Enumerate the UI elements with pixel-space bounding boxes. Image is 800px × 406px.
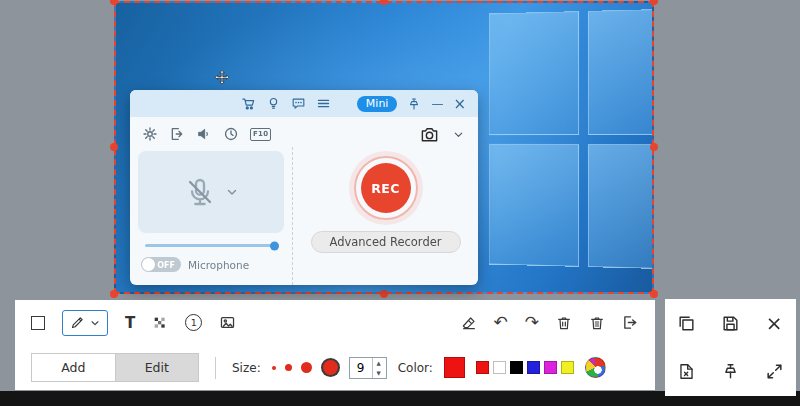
timer-icon[interactable] xyxy=(223,126,239,142)
selection-handle[interactable] xyxy=(380,290,388,298)
windows-logo xyxy=(489,8,654,269)
microphone-toggle[interactable]: OFF xyxy=(141,257,181,272)
microphone-label: Microphone xyxy=(188,259,249,271)
color-swatch[interactable] xyxy=(544,361,557,374)
hotkey-icon[interactable]: F10 xyxy=(250,128,271,141)
size-input[interactable] xyxy=(350,358,372,378)
cart-icon[interactable] xyxy=(241,96,256,111)
selection-handle[interactable] xyxy=(650,143,658,151)
cancel-icon[interactable]: × xyxy=(766,313,783,333)
rec-button[interactable]: REC xyxy=(361,163,411,213)
lamp-icon[interactable] xyxy=(266,96,281,111)
advanced-recorder-button[interactable]: Advanced Recorder xyxy=(311,231,461,253)
pin-to-screen-icon[interactable] xyxy=(721,362,740,381)
selection-handle[interactable] xyxy=(110,290,118,298)
screen: Mini — × F10 xyxy=(0,0,800,406)
color-label: Color: xyxy=(398,361,433,375)
eraser-icon[interactable] xyxy=(461,315,477,331)
fullscreen-icon[interactable] xyxy=(765,362,784,381)
mosaic-tool-icon[interactable] xyxy=(152,315,168,331)
size-dot-medium[interactable] xyxy=(285,364,292,371)
size-dot-small[interactable] xyxy=(272,366,276,370)
step-number-tool-icon[interactable]: 1 xyxy=(185,314,202,331)
close-button[interactable]: × xyxy=(453,97,466,111)
selection-handle[interactable] xyxy=(650,0,658,5)
color-swatches xyxy=(476,361,574,374)
selection-handle[interactable] xyxy=(110,143,118,151)
microphone-chevron-down-icon[interactable] xyxy=(226,186,238,198)
redo-icon[interactable]: ↷ xyxy=(525,314,539,331)
slider-knob[interactable] xyxy=(270,241,279,250)
exit-task-icon[interactable] xyxy=(169,126,185,142)
microphone-volume-slider[interactable] xyxy=(145,244,277,247)
spin-up-icon[interactable]: ▲ xyxy=(373,358,385,368)
add-mode-button[interactable]: Add xyxy=(32,354,116,381)
selection-handle[interactable] xyxy=(650,290,658,298)
delete-all-icon[interactable] xyxy=(589,315,605,331)
minimize-button[interactable]: — xyxy=(431,99,443,109)
pin-icon[interactable] xyxy=(407,97,421,111)
move-cursor-icon xyxy=(213,69,231,91)
edit-mode-button[interactable]: Edit xyxy=(116,354,199,381)
pencil-icon xyxy=(70,315,85,330)
color-swatch[interactable] xyxy=(561,361,574,374)
size-label: Size: xyxy=(232,361,261,375)
wallpaper-pane xyxy=(588,8,654,134)
spin-down-icon[interactable]: ▼ xyxy=(373,368,385,378)
toggle-label: OFF xyxy=(157,260,175,269)
text-tool-icon[interactable]: T xyxy=(125,314,135,332)
divider xyxy=(215,357,216,379)
color-swatch[interactable] xyxy=(476,361,489,374)
pen-chevron-down-icon[interactable] xyxy=(90,318,100,328)
size-spinner: ▲ ▼ xyxy=(349,357,387,379)
action-panel: × xyxy=(665,299,796,396)
annotation-toolbar: T 1 ↶ ↷ Add xyxy=(15,300,655,390)
record-panel: REC Advanced Recorder xyxy=(292,147,478,285)
wallpaper-pane xyxy=(489,11,579,134)
color-swatch[interactable] xyxy=(493,361,506,374)
recorder-window: Mini — × F10 xyxy=(130,90,478,285)
rec-button-ring: REC xyxy=(354,156,418,220)
color-swatch[interactable] xyxy=(527,361,540,374)
export-icon[interactable] xyxy=(677,362,696,381)
mode-segmented-control: Add Edit xyxy=(31,353,199,382)
image-tool-icon[interactable] xyxy=(219,314,236,331)
color-swatch[interactable] xyxy=(510,361,523,374)
size-dot-large[interactable] xyxy=(301,362,312,373)
recorder-toolbar: F10 xyxy=(130,117,478,147)
delete-icon[interactable] xyxy=(556,315,572,331)
camera-chevron-down-icon[interactable] xyxy=(453,129,464,140)
toggle-knob xyxy=(142,258,155,271)
undo-icon[interactable]: ↶ xyxy=(494,314,508,331)
exit-annotation-icon[interactable] xyxy=(622,314,639,331)
camera-icon[interactable] xyxy=(420,125,439,144)
pen-tool-selected[interactable] xyxy=(62,310,108,336)
current-color-swatch xyxy=(444,357,465,378)
wallpaper-pane xyxy=(588,144,654,270)
save-icon[interactable] xyxy=(721,314,740,333)
microphone-panel: OFF Microphone xyxy=(130,147,292,285)
mini-mode-button[interactable]: Mini xyxy=(357,96,398,112)
microphone-muted-icon[interactable] xyxy=(184,176,216,208)
palette-icon[interactable] xyxy=(585,357,606,378)
microphone-device-selector[interactable] xyxy=(138,151,284,233)
size-dot-selected[interactable] xyxy=(323,360,338,375)
recorder-titlebar[interactable]: Mini — × xyxy=(130,90,478,117)
menu-icon[interactable] xyxy=(316,96,331,111)
sound-icon[interactable] xyxy=(196,126,212,142)
feedback-icon[interactable] xyxy=(291,96,306,111)
copy-icon[interactable] xyxy=(677,314,696,333)
rectangle-tool-icon[interactable] xyxy=(31,316,45,330)
wallpaper-pane xyxy=(489,143,579,266)
rec-label: REC xyxy=(371,181,400,196)
settings-gear-icon[interactable] xyxy=(142,126,158,142)
